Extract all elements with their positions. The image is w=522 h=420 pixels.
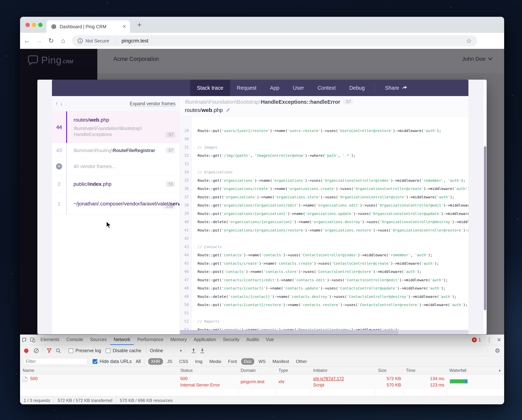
frame-number: 43: [52, 148, 66, 153]
edit-pencil-icon[interactable]: [226, 108, 230, 112]
window-zoom-button[interactable]: [38, 23, 42, 27]
import-har-icon[interactable]: [191, 348, 196, 353]
frame-nav-arrows[interactable]: ↑↓: [56, 96, 65, 111]
error-tab-app[interactable]: App: [263, 80, 286, 96]
filter-pill-img[interactable]: Img: [192, 358, 205, 365]
scrollbar-thumb[interactable]: [484, 146, 486, 310]
filter-pill-media[interactable]: Media: [207, 358, 224, 365]
code-text: Route::put('contacts/{contact}/restore')…: [192, 303, 468, 307]
column-header-initiator[interactable]: Initiator: [311, 366, 376, 374]
filter-funnel-icon[interactable]: [46, 348, 52, 353]
back-button[interactable]: ←: [22, 33, 32, 49]
devtools-tab-memory[interactable]: Memory: [167, 335, 190, 345]
column-header-domain[interactable]: Domain: [238, 366, 276, 374]
initiator-type: Script: [313, 382, 324, 388]
console-error-badge[interactable]: × 1: [472, 337, 481, 342]
devtools-close-icon[interactable]: ×: [494, 336, 504, 344]
filter-pill-other[interactable]: Other: [293, 358, 310, 365]
home-button[interactable]: ⌂: [58, 33, 68, 49]
stack-frame-43[interactable]: 43Illuminate\Routing\RouteFileRegistrar:…: [52, 143, 180, 158]
forward-button[interactable]: →: [34, 33, 44, 49]
tab-close-icon[interactable]: ×: [123, 20, 126, 32]
devtools-tab-network[interactable]: Network: [110, 335, 134, 345]
browser-tab[interactable]: Dashboard | Ping CRM ×: [46, 20, 130, 33]
expand-vendor-frames-link[interactable]: Expand vendor frames: [130, 96, 176, 111]
devtools-tab-console[interactable]: Console: [63, 335, 87, 345]
filter-input[interactable]: [23, 358, 87, 365]
column-header-type[interactable]: Type: [276, 366, 311, 374]
hide-data-urls-label: Hide data URLs: [100, 359, 132, 364]
devtools-tab-application[interactable]: Application: [190, 335, 219, 345]
column-header-size[interactable]: Size: [376, 366, 403, 374]
throttling-select[interactable]: Online ▾: [150, 348, 182, 353]
filter-pill-doc[interactable]: Doc: [241, 358, 254, 365]
clear-button[interactable]: [34, 348, 39, 353]
column-header-name[interactable]: Name: [20, 366, 178, 374]
line-number: 43: [180, 245, 192, 249]
network-request-row[interactable]: 500 500 Internal Server Error pingcrm.te…: [20, 374, 504, 389]
record-button[interactable]: [24, 349, 28, 353]
error-tab-debug[interactable]: Debug: [342, 80, 371, 96]
initiator-link[interactable]: xhr.js?87d7:172: [313, 376, 344, 381]
stack-frame-2[interactable]: 2public/index.php:55: [52, 175, 180, 193]
line-number: 32: [180, 153, 192, 158]
new-tab-button[interactable]: +: [135, 20, 144, 30]
line-number: 33: [180, 162, 192, 166]
devtools-tab-security[interactable]: Security: [219, 335, 243, 345]
resources-size: 570 KB / 696 KB resources: [116, 398, 177, 403]
stack-frame-1[interactable]: 1~/jonathan/.composer/vendor/laravel/val…: [52, 193, 180, 215]
devtools-tab-bar: ElementsConsoleSourcesNetworkPerformance…: [20, 335, 504, 345]
window-minimize-button[interactable]: [32, 23, 36, 27]
divider: [65, 348, 65, 354]
preserve-log-checkbox[interactable]: [69, 348, 73, 353]
devtools-tab-vue[interactable]: Vue: [262, 335, 277, 345]
error-tab-context[interactable]: Context: [311, 80, 342, 96]
url-text[interactable]: pingcrm.test: [122, 35, 148, 46]
reload-button[interactable]: ↻: [46, 33, 56, 49]
column-header-status[interactable]: Status: [178, 366, 238, 374]
modal-scrollbar[interactable]: [484, 80, 487, 334]
network-toolbar: Preserve log Disable cache Online ▾ ⚙: [20, 345, 504, 356]
security-label[interactable]: Not Secure: [85, 35, 109, 46]
filter-pill-manifest[interactable]: Manifest: [270, 358, 292, 365]
scrollbar-thumb[interactable]: [180, 330, 399, 334]
window-close-button[interactable]: [25, 23, 30, 27]
line-number: 44: [180, 253, 192, 257]
hide-data-urls-checkbox[interactable]: [92, 359, 97, 364]
divider: [144, 358, 145, 365]
devtools-tab-sources[interactable]: Sources: [87, 335, 110, 345]
devtools-menu-icon[interactable]: ⋮: [484, 337, 494, 343]
export-har-icon[interactable]: [200, 348, 205, 353]
site-info-icon[interactable]: [77, 38, 83, 44]
filter-pill-xhr[interactable]: XHR: [148, 358, 163, 365]
filter-pill-js[interactable]: JS: [164, 358, 175, 365]
error-tab-request[interactable]: Request: [230, 80, 263, 96]
filter-pill-css[interactable]: CSS: [177, 358, 191, 365]
code-horizontal-scrollbar[interactable]: [180, 330, 468, 334]
stack-frame-44[interactable]: 44routes/web.phpIlluminate\Foundation\Bo…: [52, 111, 180, 143]
line-number: 50: [180, 303, 192, 307]
error-tab-stack-trace[interactable]: Stack trace: [190, 80, 230, 96]
code-viewer[interactable]: 29Route::put('users/{user}/restore')->na…: [180, 117, 468, 330]
request-name[interactable]: 500: [30, 376, 38, 381]
settings-gear-icon[interactable]: ⚙: [495, 347, 500, 354]
filter-all[interactable]: All: [136, 359, 141, 364]
inspect-element-icon[interactable]: [20, 335, 28, 345]
devtools-tab-elements[interactable]: Elements: [37, 335, 63, 345]
network-request-table: Name Status Domain Type Initiator Size T…: [20, 366, 504, 396]
vendor-frames-toggle[interactable]: +40 vendor frames...: [52, 158, 180, 175]
device-toolbar-icon[interactable]: [28, 335, 37, 345]
column-header-waterfall[interactable]: Waterfall: [447, 366, 504, 374]
filter-pill-ws[interactable]: WS: [256, 358, 268, 365]
disable-cache-checkbox[interactable]: [106, 348, 110, 353]
devtools-tab-audits[interactable]: Audits: [243, 335, 262, 345]
devtools-tab-performance[interactable]: Performance: [134, 335, 167, 345]
search-icon[interactable]: [56, 348, 61, 353]
bookmark-star-icon[interactable]: ☆: [466, 35, 472, 46]
filter-pill-font[interactable]: Font: [225, 358, 240, 365]
error-tab-user[interactable]: User: [286, 80, 311, 96]
column-header-time[interactable]: Time: [403, 366, 447, 374]
error-tab-share[interactable]: Share: [378, 80, 414, 96]
sort-ascending-icon[interactable]: ▲: [498, 366, 501, 374]
address-bar[interactable]: Not Secure pingcrm.test ☆: [72, 35, 477, 46]
